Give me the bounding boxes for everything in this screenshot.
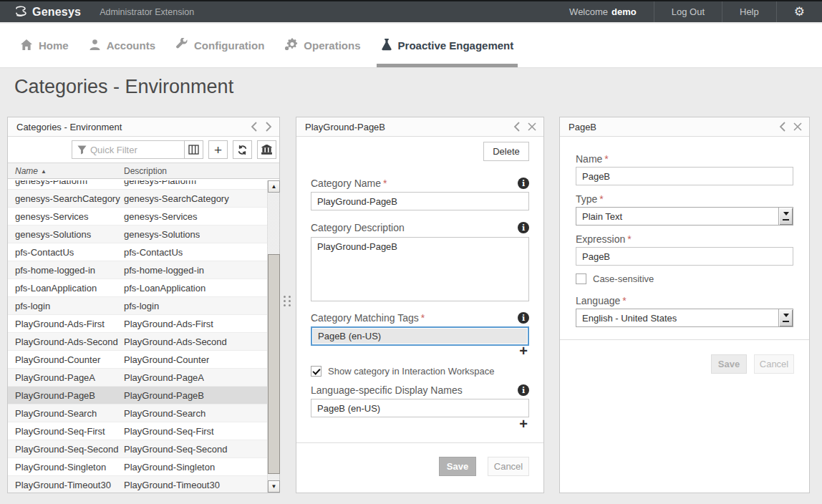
category-name-input[interactable] xyxy=(311,192,529,210)
settings-button[interactable]: ⚙ xyxy=(776,1,822,22)
info-icon[interactable]: i xyxy=(518,384,529,396)
dropdown-arrow-icon[interactable] xyxy=(778,309,793,326)
add-tag-button[interactable]: + xyxy=(519,344,528,358)
bank-icon xyxy=(261,145,272,155)
cancel-button[interactable]: Cancel xyxy=(488,457,529,476)
tenant-directory-button[interactable] xyxy=(257,140,276,159)
matching-tag-item[interactable]: PageB (en-US) xyxy=(313,329,527,344)
table-row[interactable]: PlayGround-Seq-SecondPlayGround-Seq-Seco… xyxy=(8,440,267,458)
quick-filter-input[interactable] xyxy=(90,145,169,155)
tag-language-select[interactable]: English - United States xyxy=(576,309,793,327)
scroll-up-button[interactable]: ▲ xyxy=(268,180,280,193)
column-name-label: Name xyxy=(15,166,38,176)
info-icon[interactable]: i xyxy=(518,312,529,324)
add-display-name-button[interactable]: + xyxy=(519,417,528,431)
table-row[interactable]: PlayGround-Ads-SecondPlayGround-Ads-Seco… xyxy=(8,333,267,351)
genesys-logo-icon xyxy=(13,6,27,19)
cell-name: pfs-LoanApplication xyxy=(8,283,124,294)
display-names-label: Language-specific Display Names xyxy=(311,384,463,396)
table-row[interactable]: PlayGround-SingletonPlayGround-Singleton xyxy=(8,458,267,476)
tag-expression-input[interactable] xyxy=(576,247,793,266)
detail-panel-header: PlayGround-PageB xyxy=(296,117,543,137)
category-description-textarea[interactable]: PlayGround-PageB xyxy=(311,237,529,301)
plus-icon: + xyxy=(214,143,222,157)
nav-item-accounts[interactable]: Accounts xyxy=(89,24,155,67)
table-row[interactable]: pfs-ContactUspfs-ContactUs xyxy=(8,243,267,261)
sort-asc-icon: ▲ xyxy=(41,168,47,175)
configuration-icon xyxy=(175,38,188,53)
nav-item-operations[interactable]: Operations xyxy=(284,24,360,67)
collapse-left-icon[interactable] xyxy=(251,122,258,132)
top-bar: Genesys Administrator Extension Welcome … xyxy=(0,0,822,22)
help-button[interactable]: Help xyxy=(722,1,776,22)
table-row[interactable]: PlayGround-Seq-FirstPlayGround-Seq-First xyxy=(8,422,267,440)
show-in-workspace-checkbox-row[interactable]: Show category in Interaction Workspace xyxy=(311,366,494,377)
gear-icon: ⚙ xyxy=(794,6,805,18)
table-row[interactable]: genesys-Solutionsgenesys-Solutions xyxy=(8,226,267,243)
table-row[interactable]: pfs-loginpfs-login xyxy=(8,297,267,315)
matching-tags-listbox[interactable]: PageB (en-US) xyxy=(311,326,529,346)
nav-item-home[interactable]: Home xyxy=(20,24,69,67)
list-toolbar: + xyxy=(8,137,279,163)
table-row[interactable]: genesys-SearchCategorygenesys-SearchCate… xyxy=(8,190,267,208)
cell-name: PlayGround-Timeout30 xyxy=(8,480,124,490)
table-row[interactable]: PlayGround-Timeout30PlayGround-Timeout30 xyxy=(8,476,267,493)
nav-item-proactive-engagement[interactable]: Proactive Engagement xyxy=(381,24,514,67)
tag-language-value: English - United States xyxy=(582,313,677,324)
table-row[interactable]: genesys-Servicesgenesys-Services xyxy=(8,208,267,226)
category-description-label: Category Description xyxy=(311,222,405,233)
cell-description: PlayGround-PageA xyxy=(124,372,204,383)
table-row[interactable]: pfs-LoanApplicationpfs-LoanApplication xyxy=(8,279,267,297)
case-sensitive-checkbox-row[interactable]: Case-sensitive xyxy=(576,273,654,284)
column-header-name[interactable]: Name▲ xyxy=(8,166,124,176)
close-icon[interactable] xyxy=(528,122,536,131)
collapse-left-icon[interactable] xyxy=(513,122,521,132)
expand-right-icon[interactable] xyxy=(265,122,272,132)
tag-panel-title: PageB xyxy=(569,122,596,132)
display-name-input[interactable] xyxy=(311,399,529,417)
list-panel-header: Categories - Environment xyxy=(8,117,279,137)
table-row[interactable]: PlayGround-CounterPlayGround-Counter xyxy=(8,351,267,369)
tag-name-input[interactable] xyxy=(576,167,793,185)
collapse-left-icon[interactable] xyxy=(779,122,786,132)
list-panel-title: Categories - Environment xyxy=(16,122,122,132)
table-row[interactable]: PlayGround-SearchPlayGround-Search xyxy=(8,404,267,422)
case-sensitive-checkbox[interactable] xyxy=(576,273,586,284)
cell-name: pfs-home-logged-in xyxy=(8,265,124,276)
logout-button[interactable]: Log Out xyxy=(654,1,722,22)
tag-type-select[interactable]: Plain Text xyxy=(576,207,793,226)
scroll-down-button[interactable]: ▼ xyxy=(268,480,280,493)
dropdown-arrow-icon[interactable] xyxy=(778,208,793,225)
table-row[interactable]: PlayGround-PageAPlayGround-PageA xyxy=(8,369,267,387)
info-icon[interactable]: i xyxy=(518,222,529,233)
cell-name: PlayGround-Counter xyxy=(8,354,124,365)
table-row[interactable]: PlayGround-PageBPlayGround-PageB xyxy=(8,387,267,404)
nav-item-configuration[interactable]: Configuration xyxy=(175,24,264,67)
cancel-button[interactable]: Cancel xyxy=(754,354,794,374)
table-row[interactable]: PlayGround-Ads-FirstPlayGround-Ads-First xyxy=(8,315,267,333)
panel-splitter-handle[interactable] xyxy=(284,296,293,308)
required-mark: * xyxy=(421,312,425,324)
add-category-button[interactable]: + xyxy=(208,140,228,159)
required-mark: * xyxy=(627,233,631,245)
save-button[interactable]: Save xyxy=(439,457,476,476)
cell-name: PlayGround-PageB xyxy=(8,390,124,401)
refresh-button[interactable] xyxy=(233,140,252,159)
column-header-description[interactable]: Description xyxy=(124,166,167,176)
tag-type-label: Type* xyxy=(576,193,604,205)
close-icon[interactable] xyxy=(793,122,802,131)
column-picker-button[interactable] xyxy=(184,140,203,159)
vertical-scrollbar[interactable]: ▲ ▼ xyxy=(267,180,279,493)
save-button[interactable]: Save xyxy=(711,354,747,374)
info-icon[interactable]: i xyxy=(518,178,529,189)
brand: Genesys xyxy=(0,6,81,19)
scrollbar-thumb[interactable] xyxy=(268,254,280,474)
table-row[interactable]: pfs-home-logged-inpfs-home-logged-in xyxy=(8,261,267,279)
table-row[interactable]: genesys-Platformgenesys-Platform xyxy=(8,180,267,190)
table-header: Name▲ Description xyxy=(8,163,279,179)
show-in-workspace-checkbox[interactable] xyxy=(311,366,321,377)
footer-separator xyxy=(296,442,543,443)
cell-description: genesys-Platform xyxy=(124,180,196,186)
delete-button[interactable]: Delete xyxy=(483,142,529,161)
required-mark: * xyxy=(622,295,626,306)
